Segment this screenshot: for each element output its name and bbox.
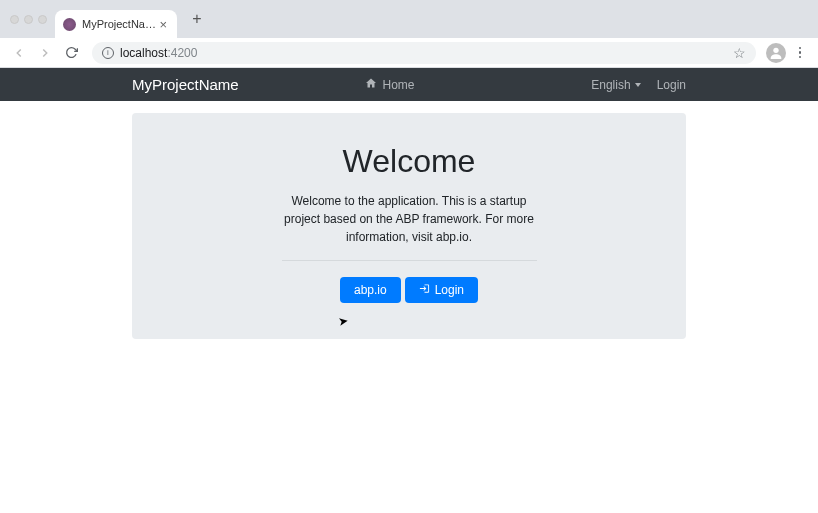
browser-menu-button[interactable] xyxy=(790,43,810,63)
bookmark-icon[interactable]: ☆ xyxy=(733,45,746,61)
language-label: English xyxy=(591,78,630,92)
nav-home-label: Home xyxy=(382,78,414,92)
button-row: abp.io Login xyxy=(156,277,662,303)
svg-point-0 xyxy=(773,47,778,52)
language-dropdown[interactable]: English xyxy=(591,78,640,92)
sign-in-icon xyxy=(419,283,430,297)
browser-toolbar: i localhost:4200 ☆ xyxy=(0,38,818,68)
abp-io-button[interactable]: abp.io xyxy=(340,277,401,303)
url-port: :4200 xyxy=(167,46,197,60)
window-minimize[interactable] xyxy=(24,15,33,24)
login-button-label: Login xyxy=(435,283,464,297)
divider xyxy=(282,260,537,261)
browser-tab-strip: MyProjectName × + xyxy=(0,0,818,38)
tab-close-button[interactable]: × xyxy=(157,17,169,32)
login-button[interactable]: Login xyxy=(405,277,478,303)
nav-home-link[interactable]: Home xyxy=(365,77,414,92)
address-bar[interactable]: i localhost:4200 ☆ xyxy=(92,42,756,64)
tab-title: MyProjectName xyxy=(82,18,157,30)
page-viewport: MyProjectName Home English Login Welcome… xyxy=(0,68,818,513)
reload-button[interactable] xyxy=(60,42,82,64)
forward-button[interactable] xyxy=(34,42,56,64)
nav-right: English Login xyxy=(591,78,686,92)
welcome-card: Welcome Welcome to the application. This… xyxy=(132,113,686,339)
back-button[interactable] xyxy=(8,42,30,64)
window-maximize[interactable] xyxy=(38,15,47,24)
url-host: localhost xyxy=(120,46,167,60)
profile-button[interactable] xyxy=(766,43,786,63)
browser-tab[interactable]: MyProjectName × xyxy=(55,10,177,38)
welcome-description: Welcome to the application. This is a st… xyxy=(279,192,539,246)
home-icon xyxy=(365,77,377,92)
window-close[interactable] xyxy=(10,15,19,24)
window-controls xyxy=(10,15,47,24)
nav-login-link[interactable]: Login xyxy=(657,78,686,92)
welcome-heading: Welcome xyxy=(156,143,662,180)
abp-io-label: abp.io xyxy=(354,283,387,297)
nav-center: Home xyxy=(189,77,592,92)
site-info-icon[interactable]: i xyxy=(102,47,114,59)
content-area: Welcome Welcome to the application. This… xyxy=(0,101,818,351)
chevron-down-icon xyxy=(635,83,641,87)
tab-favicon xyxy=(63,18,76,31)
new-tab-button[interactable]: + xyxy=(185,7,209,31)
app-navbar: MyProjectName Home English Login xyxy=(0,68,818,101)
